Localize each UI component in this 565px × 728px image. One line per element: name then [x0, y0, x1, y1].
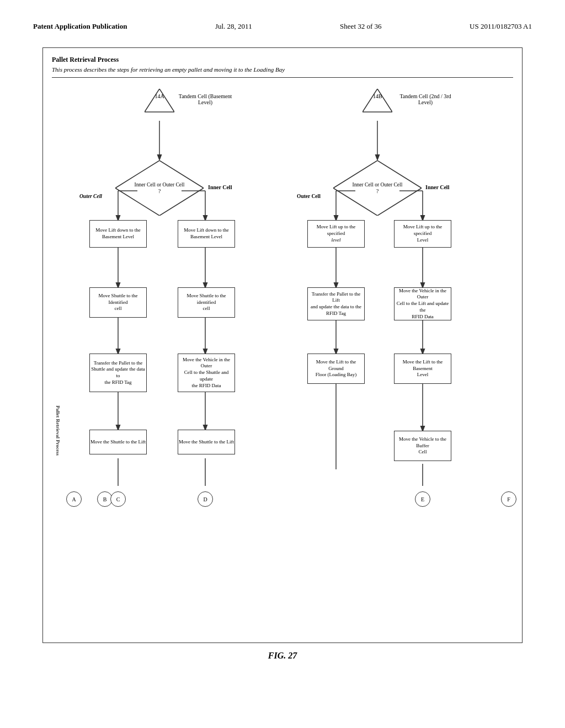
- diamond-right-outer-label: Outer Cell: [297, 194, 321, 199]
- rect-h2: Move the Shuttle to the Lift: [178, 430, 235, 454]
- page: Patent Application Publication Jul. 28, …: [0, 0, 565, 728]
- rect-a2: Move Lift down to theBasement Level: [178, 220, 235, 248]
- rect-b1: Move Lift up to the specifiedlevel: [307, 220, 365, 248]
- connector-a: A: [66, 491, 82, 507]
- header-date: Jul. 28, 2011: [215, 22, 252, 31]
- header-patent: US 2011/0182703 A1: [470, 22, 532, 31]
- diagram-subtitle: This process describes the steps for ret…: [52, 66, 513, 78]
- rect-c1: Move Shuttle to the Identifiedcell: [89, 287, 147, 318]
- label-14b: Tandem Cell (2nd / 3rd Level): [395, 93, 456, 105]
- side-label: Pallet Retrieval Process: [55, 348, 61, 513]
- diamond-left-inner-label: Inner Cell: [208, 184, 232, 190]
- triangle-14b: 14B: [363, 89, 392, 119]
- flowchart: 14A Tandem Cell (Basement Level) 14B Tan…: [52, 83, 513, 602]
- triangle-14a: 14A: [145, 89, 174, 119]
- rect-d2: Move the Vehicle in the OuterCell to the…: [394, 287, 451, 320]
- rect-e2: Move the Vehicle in the OuterCell to the…: [178, 354, 235, 392]
- diagram-container: Pallet Retrieval Process This process de…: [42, 47, 523, 643]
- rect-a1: Move Lift down to theBasement Level: [89, 220, 147, 248]
- rect-h1: Move the Shuttle to the Lift: [89, 430, 147, 454]
- rect-g2: Move the Vehicle to the BufferCell: [394, 431, 451, 461]
- diamond-right: Inner Cell or Outer Cell?: [333, 160, 422, 216]
- rect-f1: Move the Lift to the GroundFloor (Loadin…: [307, 354, 365, 384]
- diagram-title: Pallet Retrieval Process: [52, 56, 513, 64]
- rect-f2: Move the Lift to the BasementLevel: [394, 354, 451, 384]
- diamond-right-inner-label: Inner Cell: [425, 184, 449, 190]
- header: Patent Application Publication Jul. 28, …: [33, 22, 532, 31]
- label-14a: Tandem Cell (Basement Level): [178, 93, 233, 105]
- header-sheet: Sheet 32 of 36: [340, 22, 381, 31]
- rect-d1: Transfer the Pallet to the Liftand updat…: [307, 287, 365, 320]
- diamond-left-outer-label: Outer Cell: [79, 194, 102, 199]
- connector-f: F: [501, 491, 516, 507]
- svg-marker-25: [145, 89, 174, 112]
- connector-c: C: [110, 491, 126, 507]
- diamond-left: Inner Cell or Outer Cell?: [115, 160, 204, 216]
- header-publication: Patent Application Publication: [33, 22, 127, 31]
- connector-d: D: [198, 491, 213, 507]
- fig-label: FIG. 27: [33, 651, 532, 661]
- connector-e: E: [415, 491, 430, 507]
- svg-marker-26: [363, 89, 392, 112]
- rect-c2: Move Shuttle to the identifiedcell: [178, 287, 235, 318]
- rect-b2: Move Lift up to the specifiedLevel: [394, 220, 451, 248]
- rect-e1: Transfer the Pallet to theShuttle and up…: [89, 354, 147, 392]
